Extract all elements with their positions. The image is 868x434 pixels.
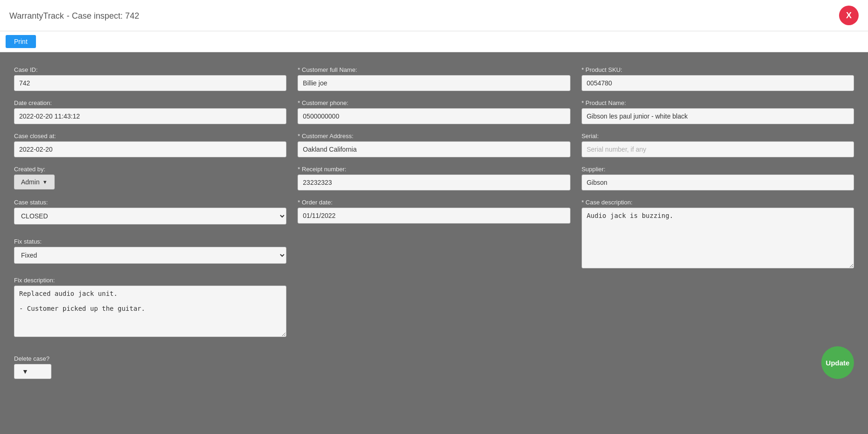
delete-field: Delete case? ▼ xyxy=(14,355,51,379)
app-subtitle: - Case inspect: 742 xyxy=(67,11,139,21)
admin-dropdown: Admin ▼ xyxy=(14,175,286,189)
case-description-label: * Case description: xyxy=(582,199,854,206)
supplier-input[interactable] xyxy=(582,175,854,190)
serial-label: Serial: xyxy=(582,133,854,140)
receipt-number-input[interactable] xyxy=(298,175,570,190)
close-button[interactable]: X xyxy=(839,6,859,25)
case-closed-input[interactable] xyxy=(14,141,286,157)
date-creation-label: Date creation: xyxy=(14,99,286,106)
product-name-label: * Product Name: xyxy=(582,99,854,106)
date-creation-field: Date creation: xyxy=(14,99,286,124)
case-closed-label: Case closed at: xyxy=(14,133,286,140)
fix-description-textarea[interactable] xyxy=(14,286,286,337)
fix-status-select[interactable]: Fixed Pending Not Fixed xyxy=(14,247,286,264)
chevron-down-icon: ▼ xyxy=(43,179,48,185)
toolbar: Print xyxy=(0,31,868,52)
case-status-field: Case status: CLOSED OPEN PENDING xyxy=(14,199,286,230)
serial-field: Serial: xyxy=(582,133,854,157)
fix-description-label: Fix description: xyxy=(14,277,286,284)
supplier-field: Supplier: xyxy=(582,166,854,190)
case-id-input[interactable] xyxy=(14,75,286,91)
product-name-input[interactable] xyxy=(582,108,854,124)
form-grid: Case ID: * Customer full Name: * Product… xyxy=(14,66,854,268)
main-content: Case ID: * Customer full Name: * Product… xyxy=(0,52,868,434)
product-sku-field: * Product SKU: xyxy=(582,66,854,91)
order-date-field: * Order date: xyxy=(298,199,570,230)
delete-dropdown-button[interactable]: ▼ xyxy=(14,364,51,379)
fix-status-label: Fix status: xyxy=(14,238,286,245)
serial-input[interactable] xyxy=(582,141,854,157)
print-button[interactable]: Print xyxy=(6,35,36,48)
empty-cell xyxy=(298,238,570,269)
admin-label: Admin xyxy=(21,178,40,186)
app-title: WarrantyTrack - Case inspect: 742 xyxy=(9,9,139,21)
case-id-field: Case ID: xyxy=(14,66,286,91)
customer-name-field: * Customer full Name: xyxy=(298,66,570,91)
product-sku-input[interactable] xyxy=(582,75,854,91)
customer-name-label: * Customer full Name: xyxy=(298,66,570,73)
delete-label: Delete case? xyxy=(14,355,51,362)
chevron-down-icon: ▼ xyxy=(22,368,28,375)
case-status-label: Case status: xyxy=(14,199,286,206)
case-closed-field: Case closed at: xyxy=(14,133,286,157)
fix-status-field: Fix status: Fixed Pending Not Fixed xyxy=(14,238,286,269)
customer-name-input[interactable] xyxy=(298,75,570,91)
bottom-row: Delete case? ▼ Update xyxy=(14,346,854,379)
app-title-text: WarrantyTrack xyxy=(9,11,64,21)
product-sku-label: * Product SKU: xyxy=(582,66,854,73)
update-button[interactable]: Update xyxy=(821,346,854,379)
customer-phone-field: * Customer phone: xyxy=(298,99,570,124)
customer-address-label: * Customer Address: xyxy=(298,133,570,140)
created-by-label: Created by: xyxy=(14,166,286,173)
case-description-textarea[interactable] xyxy=(582,208,854,268)
admin-button[interactable]: Admin ▼ xyxy=(14,175,55,189)
supplier-label: Supplier: xyxy=(582,166,854,173)
case-status-select[interactable]: CLOSED OPEN PENDING xyxy=(14,208,286,224)
header: WarrantyTrack - Case inspect: 742 X xyxy=(0,0,868,31)
customer-address-input[interactable] xyxy=(298,141,570,157)
order-date-input[interactable] xyxy=(298,208,570,224)
order-date-label: * Order date: xyxy=(298,199,570,206)
customer-phone-input[interactable] xyxy=(298,108,570,124)
customer-address-field: * Customer Address: xyxy=(298,133,570,157)
case-id-label: Case ID: xyxy=(14,66,286,73)
fix-description-field: Fix description: xyxy=(14,277,286,337)
product-name-field: * Product Name: xyxy=(582,99,854,124)
customer-phone-label: * Customer phone: xyxy=(298,99,570,106)
receipt-number-label: * Receipt number: xyxy=(298,166,570,173)
date-creation-input[interactable] xyxy=(14,108,286,124)
receipt-number-field: * Receipt number: xyxy=(298,166,570,190)
case-description-field: * Case description: xyxy=(582,199,854,268)
created-by-field: Created by: Admin ▼ xyxy=(14,166,286,190)
